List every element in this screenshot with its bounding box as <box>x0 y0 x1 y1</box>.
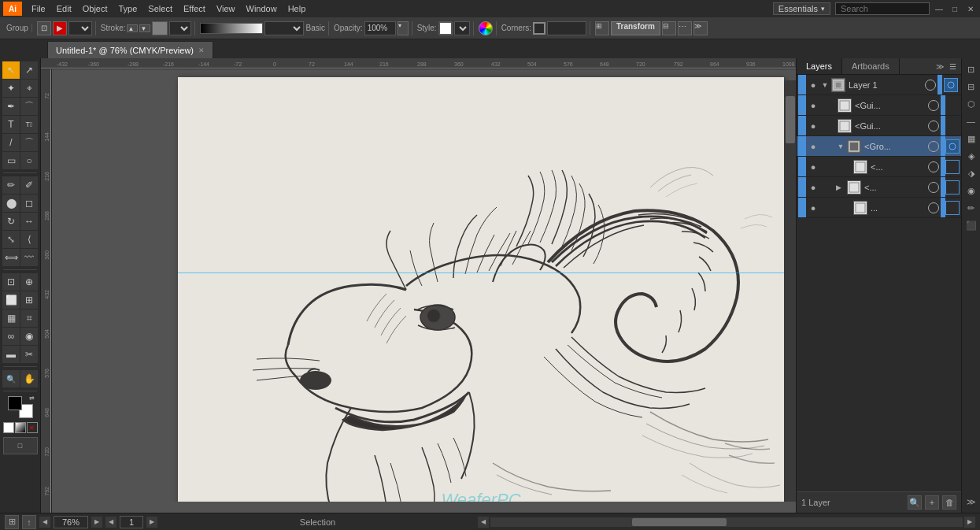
canvas-content[interactable]: WeaferPC <box>52 69 796 502</box>
stroke-down-btn[interactable]: ▼ <box>139 24 150 32</box>
opacity-input[interactable] <box>364 21 396 35</box>
blend-tool[interactable]: ∞ <box>2 328 20 345</box>
appearance-btn[interactable]: ◈ <box>963 148 979 164</box>
layer-visibility-toggle-3[interactable]: ● <box>806 142 820 151</box>
canvas-scrollbar-vertical[interactable] <box>785 80 796 502</box>
h-scrollbar[interactable] <box>490 517 963 527</box>
mesh-tool[interactable]: ⊞ <box>20 291 38 309</box>
menu-select[interactable]: Select <box>143 2 177 15</box>
layer-target-4[interactable] <box>928 161 939 172</box>
search-layers-btn[interactable]: 🔍 <box>908 495 922 510</box>
layer-target-6[interactable] <box>928 202 939 213</box>
color-wheel[interactable] <box>479 21 493 35</box>
menu-window[interactable]: Window <box>242 2 282 15</box>
search-input[interactable] <box>835 2 930 15</box>
rotate-tool[interactable]: ↻ <box>2 213 20 230</box>
layer-visibility-toggle-1[interactable]: ● <box>806 101 820 110</box>
menu-help[interactable]: Help <box>283 2 311 15</box>
export-btn[interactable]: ↑ <box>22 515 36 529</box>
paintbrush-tool[interactable]: ✏ <box>2 176 20 194</box>
free-transform-tool[interactable]: ⊡ <box>2 273 20 291</box>
rectangle-tool[interactable]: ▭ <box>2 152 20 169</box>
layer-options-4[interactable] <box>945 160 960 174</box>
symbols-btn[interactable]: ◉ <box>963 183 979 198</box>
reflect-tool[interactable]: ↔ <box>20 213 38 230</box>
layer-target-2[interactable] <box>928 120 939 132</box>
style-select[interactable] <box>454 21 470 35</box>
layer-expand-toggle-0[interactable]: ▼ <box>820 81 830 89</box>
layer-row-4[interactable]: ● <... <box>797 157 961 177</box>
swatches-btn[interactable]: ⬛ <box>963 217 979 233</box>
tab-layers[interactable]: Layers <box>797 58 842 74</box>
stroke-color-preview[interactable] <box>152 21 168 35</box>
pen-tool[interactable]: ✒ <box>2 98 20 115</box>
opacity-dropdown[interactable]: ▾ <box>398 21 409 35</box>
direct-selection-tool[interactable]: ↗ <box>20 61 38 79</box>
menu-view[interactable]: View <box>212 2 240 15</box>
tab-artboards[interactable]: Artboards <box>842 58 900 74</box>
layer-row-6[interactable]: ● ... <box>797 198 961 218</box>
type-tool[interactable]: T <box>2 116 20 133</box>
add-layer-btn[interactable]: + <box>925 495 939 510</box>
column-graph-tool[interactable]: ▬ <box>2 346 20 363</box>
fill-swatch[interactable] <box>8 396 22 410</box>
layer-target-0[interactable] <box>925 80 936 91</box>
document-tab[interactable]: Untitled-1* @ 76% (CMYK/Preview) ✕ <box>47 41 213 58</box>
panel-menu-btn[interactable]: ☰ <box>947 61 958 72</box>
magic-wand-tool[interactable]: ✦ <box>2 80 20 97</box>
stroke-up-btn[interactable]: ▲ <box>127 24 138 32</box>
scroll-left-btn[interactable]: ◀ <box>478 517 489 528</box>
gradient-swatch[interactable] <box>15 422 26 433</box>
gradient-tool[interactable]: ▦ <box>2 309 20 327</box>
pencil-tool[interactable]: ✐ <box>20 176 38 194</box>
brushes-btn[interactable]: ✏ <box>963 200 979 216</box>
shear-tool[interactable]: ⟨ <box>20 231 38 248</box>
warp-tool[interactable]: 〰 <box>20 249 38 266</box>
layer-row-1[interactable]: ● <Gui... <box>797 95 961 116</box>
eyedropper-tool[interactable]: ⌗ <box>20 309 38 327</box>
scale-tool[interactable]: ⤡ <box>2 231 20 248</box>
change-screen-mode[interactable]: □ <box>3 437 38 454</box>
fill-stroke-swatches[interactable]: ⇄ <box>8 396 33 418</box>
h-scroll-thumb[interactable] <box>632 518 727 526</box>
layer-options-6[interactable] <box>945 201 960 215</box>
zoom-next-btn[interactable]: ▶ <box>91 517 102 528</box>
align-btn[interactable]: ⊟ <box>662 21 676 35</box>
menu-type[interactable]: Type <box>114 2 142 15</box>
new-artboard-btn[interactable]: ⊞ <box>5 515 19 529</box>
menu-edit[interactable]: Edit <box>52 2 76 15</box>
stroke-panel-btn[interactable]: — <box>963 113 979 129</box>
artboard-input[interactable] <box>120 516 143 528</box>
selection-tool[interactable]: ↖ <box>2 61 20 79</box>
ellipse-tool[interactable]: ○ <box>20 152 38 169</box>
zoom-tool[interactable]: 🔍 <box>2 370 20 387</box>
touch-type-tool[interactable]: T⃞ <box>20 116 38 133</box>
pathfinder-btn[interactable]: ⬡ <box>963 96 979 112</box>
layer-visibility-toggle-2[interactable]: ● <box>806 121 820 131</box>
arc-tool[interactable]: ⌒ <box>20 134 38 151</box>
brush-select[interactable] <box>264 21 304 35</box>
menu-file[interactable]: File <box>27 2 50 15</box>
tool-mode-select[interactable] <box>68 21 92 35</box>
eraser-tool[interactable]: ◻ <box>20 195 38 212</box>
width-tool[interactable]: ⟺ <box>2 249 20 266</box>
workspace-selector[interactable]: Essentials ▾ <box>773 2 830 15</box>
align-panel-btn[interactable]: ⊟ <box>963 79 979 95</box>
tool-mode-btn2[interactable]: ▶ <box>53 21 67 35</box>
layer-row-0[interactable]: ● ▼ Layer 1 <box>797 75 961 95</box>
scroll-right-btn[interactable]: ▶ <box>964 517 975 528</box>
corners-preview[interactable] <box>533 22 545 35</box>
hand-tool[interactable]: ✋ <box>20 370 38 387</box>
none-swatch[interactable]: ✕ <box>27 422 38 433</box>
tab-close-btn[interactable]: ✕ <box>198 46 205 54</box>
layer-options-0[interactable] <box>944 78 958 92</box>
lasso-tool[interactable]: ⌖ <box>20 80 38 97</box>
sidebar-collapse-btn[interactable]: ≫ <box>963 494 979 510</box>
scroll-thumb-vertical[interactable] <box>786 96 795 143</box>
layer-expand-toggle-3[interactable]: ▼ <box>836 143 845 150</box>
zoom-input[interactable] <box>54 516 88 528</box>
blob-brush-tool[interactable]: ⬤ <box>2 195 20 212</box>
artboard-prev-btn[interactable]: ◀ <box>105 517 116 528</box>
stroke-style-select[interactable] <box>169 21 191 35</box>
transform-btn[interactable]: Transform <box>611 21 660 35</box>
